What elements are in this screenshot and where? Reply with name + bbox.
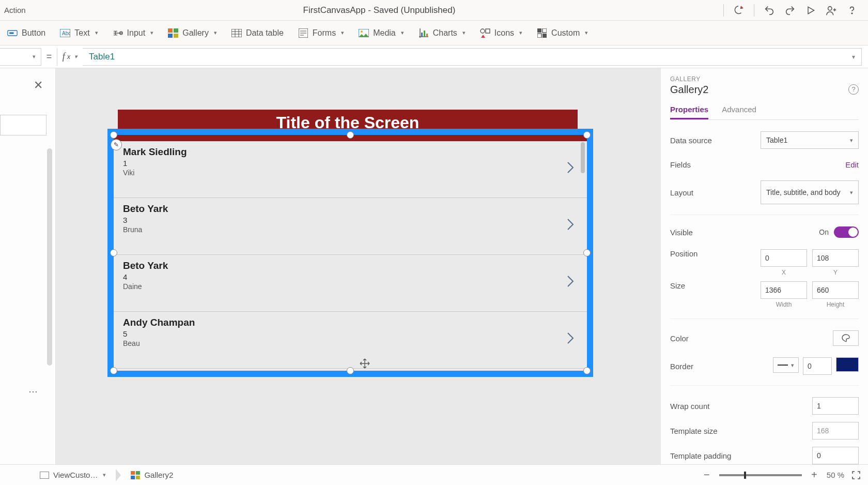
gallery-item-subtitle: 1 [123,159,578,168]
canvas-area[interactable]: Title of the Screen ✎Mark Siedling1VikiB… [56,68,660,464]
gallery-item[interactable]: Andy Champan5Beau [114,312,587,369]
svg-rect-12 [174,34,178,38]
play-icon[interactable] [805,5,816,16]
chevron-right-icon[interactable] [566,331,575,345]
zoom-in-button[interactable]: + [809,469,819,481]
tree-item-more-icon[interactable]: ⋯ [28,386,39,397]
border-style-dropdown[interactable]: ▾ [773,357,799,373]
gallery-selection[interactable]: ✎Mark Siedling1VikiBeto Yark3BrunaBeto Y… [107,129,593,377]
chevron-right-icon[interactable] [566,218,575,231]
svg-rect-30 [486,29,490,33]
resize-handle[interactable] [110,367,117,374]
expand-formula-icon[interactable]: ▾ [852,53,855,60]
insert-text[interactable]: Abc Text▾ [60,28,98,38]
close-pane-icon[interactable]: ✕ [34,79,43,92]
color-picker[interactable] [833,330,859,346]
move-cursor-icon [360,358,370,369]
insert-gallery[interactable]: Gallery▾ [168,28,217,38]
fields-edit-link[interactable]: Edit [845,160,859,169]
insert-input[interactable]: Input▾ [113,28,154,38]
gallery-item-title: Beto Yark [123,260,578,271]
icons-label: Icons [494,28,514,38]
custom-icon [537,28,547,38]
x-sublabel: X [761,269,807,276]
layout-value: Title, subtitle, and body [766,188,840,197]
svg-rect-11 [168,34,173,38]
resize-handle[interactable] [583,131,591,139]
chevron-right-icon[interactable] [566,161,575,174]
separator [723,4,724,17]
resize-handle[interactable] [583,249,591,256]
gallery-item-body: Bruna [123,225,578,234]
breadcrumb-control[interactable]: Gallery2 [124,468,180,482]
zoom-out-button[interactable]: − [702,469,712,481]
icons-icon [480,28,490,38]
position-y-input[interactable] [812,249,859,267]
height-input[interactable] [812,281,859,299]
templatepadding-label: Template padding [670,451,731,460]
wrapcount-input[interactable] [812,397,859,415]
templatesize-label: Template size [670,427,718,435]
menu-action-label[interactable]: Action [4,6,35,14]
svg-rect-37 [131,475,135,479]
gallery-item-body: Daine [123,282,578,291]
chevron-down-icon: ▾ [585,29,588,36]
gallery-item-body: Beau [123,339,578,347]
chevron-down-icon: ▾ [462,29,466,36]
resize-handle[interactable] [110,249,117,256]
tab-properties[interactable]: Properties [670,105,708,119]
charts-label: Charts [433,28,457,38]
insert-charts[interactable]: Charts▾ [419,28,466,38]
share-icon[interactable] [826,5,837,16]
control-name[interactable]: Gallery2 [670,84,859,96]
insert-icons[interactable]: Icons▾ [480,28,522,38]
redo-icon[interactable] [784,5,796,16]
undo-icon[interactable] [764,5,775,16]
insert-button[interactable]: Button [7,28,45,38]
breadcrumb-screen[interactable]: ViewCusto… ▾ [33,468,113,482]
width-input[interactable] [761,281,807,299]
forms-label: Forms [313,28,336,38]
chevron-down-icon: ▾ [103,472,106,478]
tab-advanced[interactable]: Advanced [722,105,756,119]
tree-search-input[interactable] [0,115,47,135]
formula-input[interactable]: Table1 ▾ [83,48,862,66]
svg-rect-33 [537,34,541,38]
properties-pane: GALLERY Gallery2 ? Properties Advanced D… [660,68,868,464]
insert-forms[interactable]: Forms▾ [298,28,344,38]
datasource-value: Table1 [766,136,787,144]
resize-handle[interactable] [110,131,117,139]
border-color-swatch[interactable] [836,357,859,372]
help-icon[interactable] [846,5,858,16]
position-x-input[interactable] [761,249,807,267]
property-dropdown[interactable]: ▾ [0,48,41,66]
resize-handle[interactable] [347,367,354,374]
pane-help-icon[interactable]: ? [848,84,859,95]
tree-scrollbar[interactable] [47,148,52,366]
insert-custom[interactable]: Custom▾ [537,28,588,38]
datatable-label: Data table [246,28,284,38]
datasource-dropdown[interactable]: Table1▾ [761,131,859,149]
templatepadding-input[interactable] [812,447,859,464]
zoom-slider[interactable] [719,474,802,476]
resize-handle[interactable] [347,131,354,139]
fx-button[interactable]: fx▾ [57,48,83,66]
templatesize-input[interactable] [812,422,859,439]
border-width-input[interactable] [803,357,832,375]
layout-dropdown[interactable]: Title, subtitle, and body▾ [761,180,859,204]
fit-to-window-icon[interactable] [851,471,861,480]
app-checker-icon[interactable] [733,5,745,16]
chevron-right-icon[interactable] [566,275,575,288]
gallery-item[interactable]: ✎Mark Siedling1Viki [114,141,587,198]
y-sublabel: Y [812,269,859,276]
gallery-item[interactable]: Beto Yark4Daine [114,255,587,312]
visible-toggle[interactable] [834,226,859,238]
insert-media[interactable]: Media▾ [359,28,404,38]
insert-datatable[interactable]: Data table [231,28,284,38]
resize-handle[interactable] [583,367,591,374]
svg-rect-28 [426,34,428,37]
chevron-down-icon: ▾ [214,29,217,36]
gallery-item[interactable]: Beto Yark3Bruna [114,198,587,255]
forms-icon [298,28,308,38]
edit-template-icon[interactable]: ✎ [111,139,122,150]
